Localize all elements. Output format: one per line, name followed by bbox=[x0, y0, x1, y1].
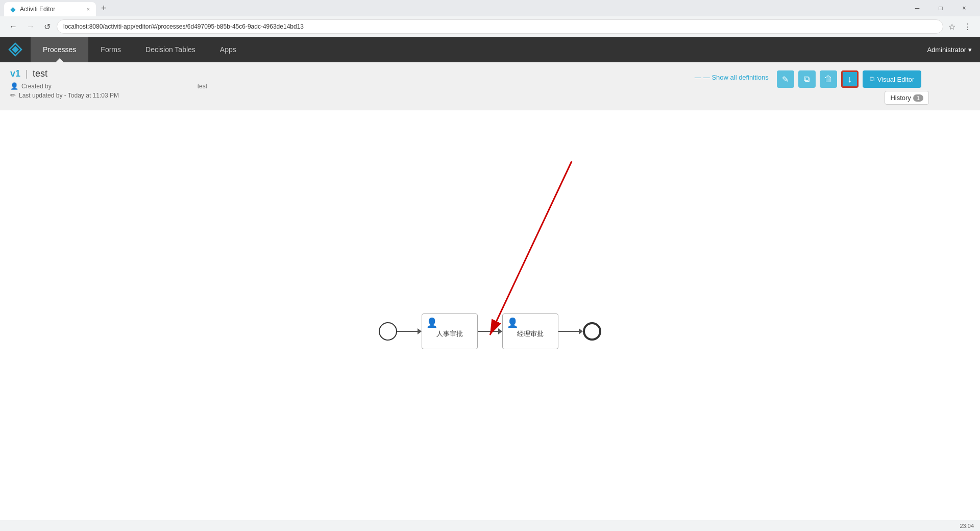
app-header: Processes Forms Decision Tables Apps Adm… bbox=[0, 37, 980, 62]
tab-forms-label: Forms bbox=[101, 45, 121, 54]
task2-user-icon: 👤 bbox=[507, 317, 518, 328]
history-label: History bbox=[890, 94, 911, 102]
user-icon: 👤 bbox=[10, 82, 18, 90]
minimize-button[interactable]: ─ bbox=[905, 0, 929, 16]
arrow-2 bbox=[478, 328, 502, 334]
svg-marker-1 bbox=[12, 46, 19, 53]
last-updated-row: ✏ Last updated by - Today at 11:03 PM bbox=[10, 91, 207, 99]
list-icon: — bbox=[695, 74, 701, 81]
active-tab[interactable]: ◆ Activiti Editor × bbox=[4, 2, 96, 16]
version-separator: | bbox=[26, 68, 28, 79]
show-all-label: — Show all definitions bbox=[703, 74, 769, 81]
created-by-label: Created by bbox=[21, 83, 52, 90]
process-meta: 👤 Created by test ✏ Last updated by - To… bbox=[10, 82, 207, 99]
window-controls: ─ □ × bbox=[901, 0, 980, 16]
copy-button[interactable]: ⧉ bbox=[798, 70, 816, 88]
tab-processes-label: Processes bbox=[43, 45, 76, 54]
edit-icon: ✎ bbox=[782, 75, 789, 84]
bookmark-icon[interactable]: ☆ bbox=[946, 20, 958, 34]
app-logo bbox=[0, 37, 31, 62]
history-area: History 1 bbox=[885, 91, 929, 105]
forward-button[interactable]: → bbox=[23, 20, 38, 33]
task2-label: 经理审批 bbox=[517, 329, 544, 339]
visual-editor-button[interactable]: ⧉ Visual Editor bbox=[863, 70, 922, 88]
end-event bbox=[583, 322, 601, 341]
process-info: v1 | test 👤 Created by test ✏ Last updat… bbox=[10, 68, 207, 99]
process-title-row: v1 | test bbox=[10, 68, 207, 79]
task-node-2[interactable]: 👤 经理审批 bbox=[502, 313, 558, 349]
created-by-value: test bbox=[198, 83, 207, 90]
address-bar[interactable] bbox=[57, 19, 943, 34]
menu-icon[interactable]: ⋮ bbox=[962, 20, 974, 34]
show-all-definitions-link[interactable]: — — Show all definitions bbox=[695, 70, 769, 81]
main-canvas: 👤 人事审批 👤 经理审批 bbox=[0, 110, 980, 531]
browser-chrome: ◆ Activiti Editor × + ─ □ × ← → ↺ ☆ ⋮ bbox=[0, 0, 980, 37]
trash-icon: 🗑 bbox=[824, 75, 832, 84]
created-by-row: 👤 Created by test bbox=[10, 82, 207, 90]
back-button[interactable]: ← bbox=[6, 20, 20, 33]
tab-decision-tables-label: Decision Tables bbox=[145, 45, 195, 54]
admin-label: Administrator bbox=[927, 46, 966, 54]
tab-processes[interactable]: Processes bbox=[31, 37, 88, 62]
history-count-badge: 1 bbox=[913, 94, 923, 102]
process-version: v1 bbox=[10, 68, 20, 79]
process-header: v1 | test 👤 Created by test ✏ Last updat… bbox=[0, 62, 980, 110]
tab-decision-tables[interactable]: Decision Tables bbox=[133, 37, 208, 62]
new-tab-button[interactable]: + bbox=[98, 3, 110, 14]
diagram-container: 👤 人事审批 👤 经理审批 bbox=[379, 313, 601, 349]
visual-editor-label: Visual Editor bbox=[877, 76, 915, 83]
close-button[interactable]: × bbox=[952, 0, 976, 16]
tab-close-icon[interactable]: × bbox=[87, 6, 90, 12]
process-name: test bbox=[33, 68, 47, 79]
tab-apps-label: Apps bbox=[220, 45, 236, 54]
task1-label: 人事审批 bbox=[436, 329, 463, 339]
nav-bar: ← → ↺ ☆ ⋮ bbox=[0, 16, 980, 37]
maximize-button[interactable]: □ bbox=[929, 0, 952, 16]
browser-nav-icons: ☆ ⋮ bbox=[946, 20, 974, 34]
tab-favicon: ◆ bbox=[10, 5, 16, 13]
admin-menu[interactable]: Administrator ▾ bbox=[927, 46, 980, 54]
admin-chevron-icon: ▾ bbox=[968, 46, 972, 54]
tab-forms[interactable]: Forms bbox=[88, 37, 133, 62]
main-nav: Processes Forms Decision Tables Apps bbox=[31, 37, 249, 62]
task-node-1[interactable]: 👤 人事审批 bbox=[422, 313, 478, 349]
tab-apps[interactable]: Apps bbox=[208, 37, 249, 62]
history-button[interactable]: History 1 bbox=[885, 91, 929, 105]
visual-editor-icon: ⧉ bbox=[870, 75, 874, 83]
copy-icon: ⧉ bbox=[804, 75, 810, 84]
delete-button[interactable]: 🗑 bbox=[820, 70, 837, 88]
arrow-3 bbox=[558, 328, 583, 334]
tab-bar: ◆ Activiti Editor × + ─ □ × bbox=[0, 0, 980, 16]
start-event bbox=[379, 322, 397, 341]
arrow-1 bbox=[397, 328, 422, 334]
status-bar: 23:04 bbox=[0, 520, 980, 531]
status-time: 23:04 bbox=[960, 523, 974, 529]
refresh-button[interactable]: ↺ bbox=[41, 20, 54, 34]
pencil-icon: ✏ bbox=[10, 91, 16, 99]
download-button[interactable]: ↓ bbox=[841, 70, 859, 88]
tab-title: Activiti Editor bbox=[20, 6, 55, 13]
task1-user-icon: 👤 bbox=[426, 317, 437, 328]
process-actions: — — Show all definitions ✎ ⧉ 🗑 ↓ ⧉ Visua… bbox=[695, 68, 970, 105]
download-icon: ↓ bbox=[847, 74, 852, 85]
logo-icon bbox=[8, 42, 22, 57]
svg-line-3 bbox=[490, 161, 572, 335]
last-updated-label: Last updated by - Today at 11:03 PM bbox=[19, 92, 119, 99]
edit-button[interactable]: ✎ bbox=[777, 70, 794, 88]
